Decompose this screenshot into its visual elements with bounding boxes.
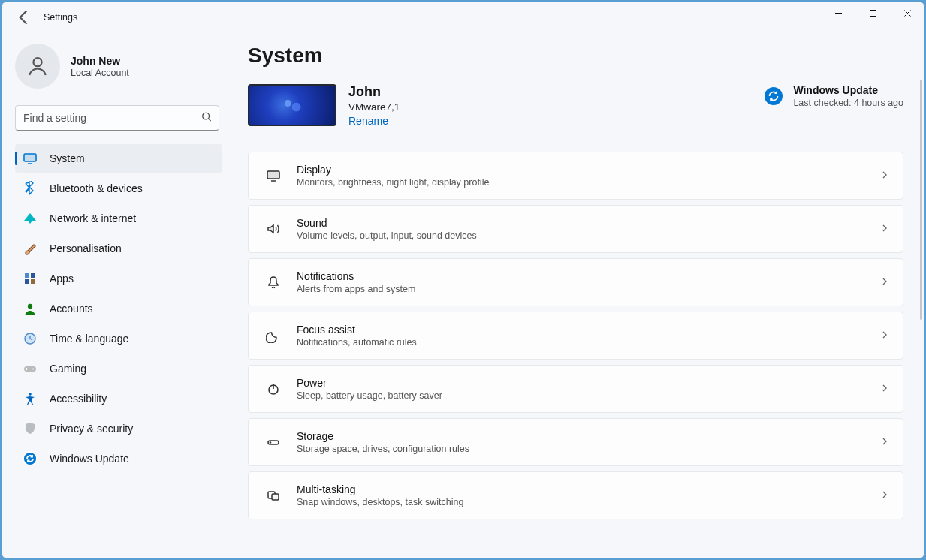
svg-rect-7 — [25, 279, 29, 284]
monitor-icon — [262, 168, 285, 183]
bell-icon — [262, 275, 285, 290]
tile-notifications[interactable]: Notifications Alerts from apps and syste… — [248, 258, 903, 306]
chevron-right-icon — [880, 489, 889, 502]
sidebar-item-accounts[interactable]: Accounts — [15, 294, 222, 323]
device-row: John VMware7,1 Rename Windows Update Las… — [248, 84, 903, 128]
svg-point-14 — [23, 452, 37, 465]
sidebar-item-network[interactable]: Network & internet — [15, 204, 222, 233]
chevron-right-icon — [880, 329, 889, 342]
settings-window: Settings John New L — [2, 2, 924, 558]
maximize-button[interactable] — [855, 2, 890, 24]
sidebar: John New Local Account System Bluetooth … — [2, 33, 233, 558]
tile-subtitle: Sleep, battery usage, battery saver — [297, 390, 880, 401]
main-content: System John VMware7,1 Rename Windows Upd… — [233, 33, 924, 558]
tile-title: Focus assist — [297, 324, 880, 336]
chevron-right-icon — [880, 275, 889, 289]
sidebar-item-gaming[interactable]: Gaming — [15, 354, 222, 383]
sidebar-item-label: Network & internet — [50, 212, 136, 224]
back-button[interactable] — [14, 7, 35, 28]
tile-title: Multi-tasking — [297, 483, 880, 495]
bluetooth-icon — [23, 181, 38, 196]
device-thumbnail[interactable] — [248, 84, 336, 126]
sidebar-item-label: Windows Update — [50, 453, 129, 465]
account-type: Local Account — [71, 68, 129, 78]
tile-power[interactable]: Power Sleep, battery usage, battery save… — [248, 365, 903, 413]
tile-title: Sound — [297, 217, 880, 229]
avatar-icon — [15, 44, 60, 89]
sidebar-item-label: Personalisation — [50, 242, 122, 254]
svg-point-12 — [32, 369, 34, 370]
tile-subtitle: Monitors, brightness, night light, displ… — [297, 177, 880, 188]
sidebar-item-label: System — [50, 152, 85, 164]
moon-icon — [262, 328, 285, 343]
chevron-right-icon — [880, 435, 889, 449]
tile-subtitle: Alerts from apps and system — [297, 284, 880, 294]
tile-multitask[interactable]: Multi-tasking Snap windows, desktops, ta… — [248, 471, 903, 519]
search-icon — [201, 112, 212, 125]
monitor-icon — [23, 151, 38, 166]
sidebar-item-label: Bluetooth & devices — [50, 182, 143, 194]
page-title: System — [248, 44, 903, 68]
refresh-icon — [765, 87, 783, 105]
tile-title: Display — [297, 164, 880, 176]
nav-list: System Bluetooth & devices Network & int… — [2, 144, 233, 474]
scrollbar-thumb[interactable] — [920, 80, 922, 320]
search-input[interactable] — [15, 105, 219, 131]
title-bar: Settings — [2, 2, 924, 33]
sidebar-item-label: Privacy & security — [50, 423, 133, 435]
sidebar-item-label: Gaming — [50, 363, 86, 375]
sidebar-item-label: Apps — [50, 272, 74, 285]
system-tiles: Display Monitors, brightness, night ligh… — [248, 152, 903, 519]
sidebar-item-apps[interactable]: Apps — [15, 264, 222, 293]
account-name: John New — [71, 55, 129, 67]
tile-title: Notifications — [297, 270, 880, 282]
device-model: VMware7,1 — [348, 101, 400, 113]
chevron-right-icon — [880, 222, 889, 236]
tile-focus[interactable]: Focus assist Notifications, automatic ru… — [248, 312, 903, 360]
tile-display[interactable]: Display Monitors, brightness, night ligh… — [248, 152, 903, 200]
account-block[interactable]: John New Local Account — [2, 41, 233, 99]
sidebar-item-update[interactable]: Windows Update — [15, 444, 222, 473]
chevron-right-icon — [880, 382, 889, 396]
windows-update-title: Windows Update — [793, 84, 903, 96]
sidebar-item-accessibility[interactable]: Accessibility — [15, 384, 222, 413]
multitask-icon — [262, 488, 285, 503]
tile-sound[interactable]: Sound Volume levels, output, input, soun… — [248, 205, 903, 253]
svg-point-2 — [203, 113, 210, 119]
power-icon — [262, 381, 285, 396]
svg-rect-6 — [31, 273, 35, 278]
gamepad-icon — [23, 361, 38, 376]
windows-update-block[interactable]: Windows Update Last checked: 4 hours ago — [765, 84, 903, 108]
svg-point-9 — [28, 304, 32, 309]
sidebar-item-privacy[interactable]: Privacy & security — [15, 414, 222, 443]
svg-rect-0 — [870, 10, 876, 16]
tile-storage[interactable]: Storage Storage space, drives, configura… — [248, 418, 903, 466]
svg-rect-8 — [31, 279, 35, 284]
tile-title: Storage — [297, 430, 880, 442]
svg-point-1 — [33, 58, 41, 66]
tile-subtitle: Notifications, automatic rules — [297, 337, 880, 348]
sidebar-item-system[interactable]: System — [15, 144, 222, 173]
svg-point-13 — [29, 393, 32, 396]
scrollbar[interactable] — [920, 80, 923, 549]
window-title: Settings — [44, 12, 77, 23]
sound-icon — [262, 221, 285, 236]
sidebar-item-personalisation[interactable]: Personalisation — [15, 234, 222, 263]
person-icon — [23, 301, 38, 316]
sidebar-item-bluetooth[interactable]: Bluetooth & devices — [15, 174, 222, 203]
wifi-icon — [23, 211, 38, 226]
svg-rect-3 — [24, 154, 36, 161]
shield-icon — [23, 421, 38, 436]
close-button[interactable] — [890, 2, 924, 24]
sidebar-item-label: Accessibility — [50, 393, 107, 405]
brush-icon — [23, 241, 38, 256]
tile-title: Power — [297, 377, 880, 389]
minimize-button[interactable] — [821, 2, 855, 24]
chevron-right-icon — [880, 169, 889, 182]
sidebar-item-time[interactable]: Time & language — [15, 324, 222, 353]
svg-rect-21 — [272, 494, 279, 500]
tile-subtitle: Storage space, drives, configuration rul… — [297, 444, 880, 454]
rename-link[interactable]: Rename — [348, 115, 388, 127]
sidebar-item-label: Time & language — [50, 333, 128, 345]
storage-icon — [262, 435, 285, 450]
